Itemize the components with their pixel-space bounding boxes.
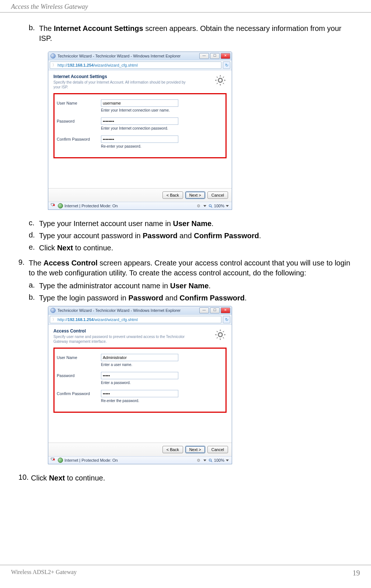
- password-field[interactable]: [101, 117, 178, 125]
- password-hint: Enter a password.: [101, 381, 223, 385]
- header-title: Access the Wireless Gateway: [11, 3, 88, 10]
- step-9b-text: Type the login password in Password and …: [39, 293, 247, 303]
- minimize-button[interactable]: —: [199, 307, 209, 313]
- step-b-text: The Internet Account Settings screen app…: [39, 24, 353, 43]
- confirm-password-field[interactable]: [101, 135, 178, 143]
- address-bar[interactable]: 〉 http://192.168.1.254/wizard/wizard_cfg…: [50, 61, 221, 69]
- cancel-button[interactable]: Cancel: [207, 446, 228, 453]
- bullet-e: e.: [29, 243, 39, 253]
- step-9a-text: Type the administrator account name in U…: [39, 281, 211, 291]
- cancel-button[interactable]: Cancel: [207, 191, 228, 199]
- chevron-down-icon: [226, 460, 229, 461]
- globe-icon: [58, 203, 63, 208]
- page-options-icon[interactable]: ⚙: [197, 458, 200, 463]
- close-button[interactable]: ✕: [221, 307, 230, 313]
- back-button[interactable]: < Back: [162, 191, 183, 199]
- bullet-9b: b.: [29, 293, 39, 303]
- bullet-b: b.: [29, 24, 39, 43]
- chevron-down-icon: [203, 460, 206, 461]
- ie-favicon: [50, 53, 56, 59]
- gear-icon: [214, 328, 227, 341]
- password-label: Password: [57, 372, 101, 378]
- address-bar[interactable]: 〉 http://192.168.1.254/wizard/wizard_cfg…: [50, 316, 221, 323]
- step-9-text: The Access Control screen appears. Creat…: [29, 258, 353, 278]
- shield-icon: [51, 458, 56, 463]
- highlight-box: User Name Enter your Internet connection…: [53, 93, 227, 158]
- username-field[interactable]: [101, 354, 178, 361]
- confirm-password-label: Confirm Password: [57, 390, 101, 396]
- status-text: Internet | Protected Mode: On: [64, 458, 118, 462]
- window-title: Technicolor Wizard - Technicolor Wizard …: [57, 54, 199, 58]
- shield-icon: [51, 203, 56, 208]
- window-titlebar: Technicolor Wizard - Technicolor Wizard …: [48, 306, 232, 314]
- step-c-text: Type your Internet account user name in …: [39, 219, 214, 229]
- page-content: b. The Internet Account Settings screen …: [0, 13, 371, 565]
- minimize-button[interactable]: —: [199, 53, 209, 59]
- ie-favicon: [50, 308, 56, 313]
- highlight-box: User Name Enter a user name. Password En…: [53, 348, 227, 413]
- chevron-down-icon: [226, 205, 229, 207]
- bullet-c: c.: [29, 219, 39, 229]
- username-hint: Enter your Internet connection user name…: [101, 108, 223, 112]
- next-button[interactable]: Next >: [185, 191, 205, 199]
- gear-icon: [214, 74, 227, 87]
- wizard-title: Internet Account Settings: [53, 74, 214, 79]
- svg-point-3: [218, 333, 223, 337]
- maximize-button[interactable]: ☐: [210, 53, 220, 59]
- bullet-10: 10.: [18, 473, 31, 483]
- zoom-value: 100%: [214, 204, 224, 208]
- bullet-9a: a.: [29, 281, 39, 291]
- footer-left: Wireless ADSL2+ Gateway: [11, 569, 77, 577]
- back-icon: 〉: [52, 317, 56, 322]
- step-10-text: Click Next to continue.: [31, 473, 105, 483]
- password-field[interactable]: [101, 372, 178, 379]
- page-header: Access the Wireless Gateway: [0, 0, 371, 13]
- page-footer: Wireless ADSL2+ Gateway 19: [0, 565, 371, 582]
- svg-point-0: [218, 78, 223, 82]
- bullet-9: 9.: [18, 258, 29, 278]
- password-label: Password: [57, 117, 101, 123]
- bullet-d: d.: [29, 231, 39, 241]
- back-button[interactable]: < Back: [162, 446, 183, 453]
- close-button[interactable]: ✕: [221, 53, 230, 59]
- next-button[interactable]: Next >: [185, 446, 205, 453]
- screenshot-internet-account-settings: Technicolor Wizard - Technicolor Wizard …: [48, 52, 232, 210]
- status-text: Internet | Protected Mode: On: [64, 204, 118, 208]
- zoom-icon[interactable]: [209, 203, 213, 208]
- username-label: User Name: [57, 99, 101, 105]
- svg-line-2: [211, 206, 212, 207]
- username-field[interactable]: [101, 99, 178, 107]
- page-options-icon[interactable]: ⚙: [197, 204, 200, 208]
- zoom-value: 100%: [214, 458, 224, 462]
- step-d-text: Type your account password in Password a…: [39, 231, 261, 241]
- svg-point-4: [209, 459, 211, 461]
- svg-line-5: [211, 461, 212, 462]
- window-titlebar: Technicolor Wizard - Technicolor Wizard …: [48, 52, 232, 60]
- maximize-button[interactable]: ☐: [210, 307, 220, 313]
- refresh-icon[interactable]: ↻: [223, 61, 230, 69]
- confirm-password-label: Confirm Password: [57, 135, 101, 141]
- svg-point-1: [209, 204, 211, 207]
- wizard-subtitle: Specify the details of your Internet Acc…: [53, 80, 186, 89]
- screenshot-access-control: Technicolor Wizard - Technicolor Wizard …: [48, 306, 232, 464]
- username-label: User Name: [57, 354, 101, 360]
- globe-icon: [58, 458, 63, 463]
- chevron-down-icon: [203, 205, 206, 207]
- username-hint: Enter a user name.: [101, 363, 223, 367]
- wizard-title: Access Control: [53, 328, 214, 334]
- refresh-icon[interactable]: ↻: [223, 316, 230, 323]
- confirm-password-hint: Re-enter your password.: [101, 144, 223, 148]
- confirm-password-hint: Re-enter the password.: [101, 399, 223, 403]
- window-title: Technicolor Wizard - Technicolor Wizard …: [57, 308, 199, 313]
- wizard-subtitle: Specify user name and password to preven…: [53, 334, 186, 344]
- page-number: 19: [353, 569, 360, 577]
- back-icon: 〉: [52, 63, 56, 68]
- step-e-text: Click Next to continue.: [39, 243, 113, 253]
- zoom-icon[interactable]: [209, 458, 213, 462]
- confirm-password-field[interactable]: [101, 390, 178, 397]
- password-hint: Enter your Internet connection password.: [101, 126, 223, 130]
